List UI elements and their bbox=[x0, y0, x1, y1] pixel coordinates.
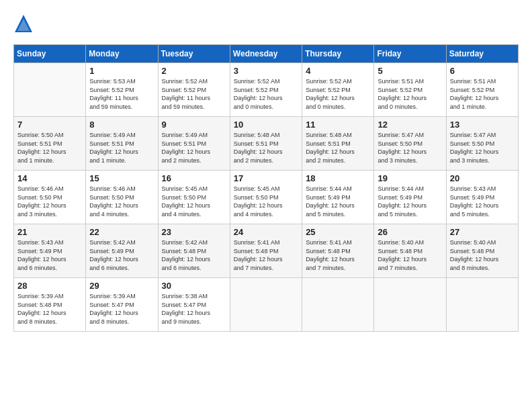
week-row-3: 14Sunrise: 5:46 AM Sunset: 5:50 PM Dayli… bbox=[14, 171, 519, 224]
day-cell: 1Sunrise: 5:53 AM Sunset: 5:52 PM Daylig… bbox=[86, 63, 158, 117]
day-cell: 12Sunrise: 5:47 AM Sunset: 5:50 PM Dayli… bbox=[374, 117, 446, 171]
day-cell bbox=[14, 63, 86, 117]
day-number: 3 bbox=[234, 66, 298, 76]
day-number: 9 bbox=[162, 120, 226, 130]
day-cell: 9Sunrise: 5:49 AM Sunset: 5:51 PM Daylig… bbox=[158, 117, 230, 171]
header-cell-friday: Friday bbox=[374, 45, 446, 63]
day-number: 5 bbox=[378, 66, 442, 76]
day-cell: 25Sunrise: 5:41 AM Sunset: 5:48 PM Dayli… bbox=[302, 224, 374, 278]
day-number: 27 bbox=[450, 227, 515, 237]
day-cell: 13Sunrise: 5:47 AM Sunset: 5:50 PM Dayli… bbox=[446, 117, 518, 171]
day-number: 6 bbox=[450, 66, 515, 76]
day-info: Sunrise: 5:41 AM Sunset: 5:48 PM Dayligh… bbox=[306, 238, 370, 272]
day-number: 19 bbox=[378, 173, 442, 183]
day-info: Sunrise: 5:40 AM Sunset: 5:48 PM Dayligh… bbox=[450, 238, 515, 272]
day-info: Sunrise: 5:40 AM Sunset: 5:48 PM Dayligh… bbox=[378, 238, 442, 272]
calendar-header: SundayMondayTuesdayWednesdayThursdayFrid… bbox=[14, 45, 519, 63]
day-info: Sunrise: 5:44 AM Sunset: 5:49 PM Dayligh… bbox=[306, 185, 370, 218]
day-cell: 7Sunrise: 5:50 AM Sunset: 5:51 PM Daylig… bbox=[14, 117, 86, 171]
calendar-body: 1Sunrise: 5:53 AM Sunset: 5:52 PM Daylig… bbox=[14, 63, 519, 332]
day-info: Sunrise: 5:45 AM Sunset: 5:50 PM Dayligh… bbox=[162, 185, 226, 218]
day-info: Sunrise: 5:42 AM Sunset: 5:48 PM Dayligh… bbox=[162, 238, 226, 272]
day-cell: 18Sunrise: 5:44 AM Sunset: 5:49 PM Dayli… bbox=[302, 171, 374, 224]
day-info: Sunrise: 5:43 AM Sunset: 5:49 PM Dayligh… bbox=[17, 238, 82, 272]
day-cell: 27Sunrise: 5:40 AM Sunset: 5:48 PM Dayli… bbox=[446, 224, 518, 278]
day-info: Sunrise: 5:49 AM Sunset: 5:51 PM Dayligh… bbox=[162, 131, 226, 165]
header-row: SundayMondayTuesdayWednesdayThursdayFrid… bbox=[14, 45, 519, 63]
day-info: Sunrise: 5:52 AM Sunset: 5:52 PM Dayligh… bbox=[162, 77, 226, 111]
day-cell: 4Sunrise: 5:52 AM Sunset: 5:52 PM Daylig… bbox=[302, 63, 374, 117]
day-number: 21 bbox=[17, 227, 82, 237]
day-info: Sunrise: 5:41 AM Sunset: 5:48 PM Dayligh… bbox=[234, 238, 298, 272]
day-cell: 30Sunrise: 5:38 AM Sunset: 5:47 PM Dayli… bbox=[158, 278, 230, 332]
day-number: 12 bbox=[378, 120, 442, 130]
day-info: Sunrise: 5:46 AM Sunset: 5:50 PM Dayligh… bbox=[89, 185, 154, 218]
day-info: Sunrise: 5:49 AM Sunset: 5:51 PM Dayligh… bbox=[89, 131, 154, 165]
day-number: 26 bbox=[378, 227, 442, 237]
day-number: 28 bbox=[17, 281, 82, 291]
week-row-4: 21Sunrise: 5:43 AM Sunset: 5:49 PM Dayli… bbox=[14, 224, 519, 278]
day-cell: 3Sunrise: 5:52 AM Sunset: 5:52 PM Daylig… bbox=[230, 63, 302, 117]
day-info: Sunrise: 5:47 AM Sunset: 5:50 PM Dayligh… bbox=[378, 131, 442, 165]
logo-icon bbox=[13, 13, 34, 34]
day-number: 11 bbox=[306, 120, 370, 130]
day-number: 7 bbox=[17, 120, 82, 130]
day-cell: 26Sunrise: 5:40 AM Sunset: 5:48 PM Dayli… bbox=[374, 224, 446, 278]
day-cell: 21Sunrise: 5:43 AM Sunset: 5:49 PM Dayli… bbox=[14, 224, 86, 278]
day-cell: 23Sunrise: 5:42 AM Sunset: 5:48 PM Dayli… bbox=[158, 224, 230, 278]
day-cell: 17Sunrise: 5:45 AM Sunset: 5:50 PM Dayli… bbox=[230, 171, 302, 224]
day-info: Sunrise: 5:52 AM Sunset: 5:52 PM Dayligh… bbox=[234, 77, 298, 111]
day-info: Sunrise: 5:42 AM Sunset: 5:49 PM Dayligh… bbox=[89, 238, 154, 272]
day-number: 29 bbox=[89, 281, 154, 291]
day-cell bbox=[374, 278, 446, 332]
day-cell: 6Sunrise: 5:51 AM Sunset: 5:52 PM Daylig… bbox=[446, 63, 518, 117]
day-info: Sunrise: 5:48 AM Sunset: 5:51 PM Dayligh… bbox=[234, 131, 298, 165]
day-info: Sunrise: 5:48 AM Sunset: 5:51 PM Dayligh… bbox=[306, 131, 370, 165]
day-info: Sunrise: 5:46 AM Sunset: 5:50 PM Dayligh… bbox=[17, 185, 82, 218]
week-row-2: 7Sunrise: 5:50 AM Sunset: 5:51 PM Daylig… bbox=[14, 117, 519, 171]
day-cell: 28Sunrise: 5:39 AM Sunset: 5:48 PM Dayli… bbox=[14, 278, 86, 332]
day-info: Sunrise: 5:53 AM Sunset: 5:52 PM Dayligh… bbox=[89, 77, 154, 111]
day-number: 18 bbox=[306, 173, 370, 183]
day-number: 14 bbox=[17, 173, 82, 183]
day-cell: 19Sunrise: 5:44 AM Sunset: 5:49 PM Dayli… bbox=[374, 171, 446, 224]
day-info: Sunrise: 5:51 AM Sunset: 5:52 PM Dayligh… bbox=[378, 77, 442, 111]
day-info: Sunrise: 5:45 AM Sunset: 5:50 PM Dayligh… bbox=[234, 185, 298, 218]
day-info: Sunrise: 5:39 AM Sunset: 5:47 PM Dayligh… bbox=[89, 292, 154, 326]
day-info: Sunrise: 5:47 AM Sunset: 5:50 PM Dayligh… bbox=[450, 131, 515, 165]
week-row-1: 1Sunrise: 5:53 AM Sunset: 5:52 PM Daylig… bbox=[14, 63, 519, 117]
day-cell: 24Sunrise: 5:41 AM Sunset: 5:48 PM Dayli… bbox=[230, 224, 302, 278]
day-cell: 5Sunrise: 5:51 AM Sunset: 5:52 PM Daylig… bbox=[374, 63, 446, 117]
day-number: 22 bbox=[89, 227, 154, 237]
day-number: 20 bbox=[450, 173, 515, 183]
day-info: Sunrise: 5:50 AM Sunset: 5:51 PM Dayligh… bbox=[17, 131, 82, 165]
day-cell bbox=[446, 278, 518, 332]
day-number: 4 bbox=[306, 66, 370, 76]
day-number: 1 bbox=[89, 66, 154, 76]
day-cell: 20Sunrise: 5:43 AM Sunset: 5:49 PM Dayli… bbox=[446, 171, 518, 224]
day-info: Sunrise: 5:38 AM Sunset: 5:47 PM Dayligh… bbox=[162, 292, 226, 326]
week-row-5: 28Sunrise: 5:39 AM Sunset: 5:48 PM Dayli… bbox=[14, 278, 519, 332]
day-number: 30 bbox=[162, 281, 226, 291]
logo bbox=[13, 13, 36, 34]
header-cell-sunday: Sunday bbox=[14, 45, 86, 63]
day-number: 17 bbox=[234, 173, 298, 183]
calendar-table: SundayMondayTuesdayWednesdayThursdayFrid… bbox=[13, 44, 519, 332]
page-header bbox=[13, 13, 519, 34]
day-number: 13 bbox=[450, 120, 515, 130]
header-cell-saturday: Saturday bbox=[446, 45, 518, 63]
day-number: 8 bbox=[89, 120, 154, 130]
day-cell: 22Sunrise: 5:42 AM Sunset: 5:49 PM Dayli… bbox=[86, 224, 158, 278]
day-info: Sunrise: 5:52 AM Sunset: 5:52 PM Dayligh… bbox=[306, 77, 370, 111]
day-cell bbox=[230, 278, 302, 332]
day-info: Sunrise: 5:44 AM Sunset: 5:49 PM Dayligh… bbox=[378, 185, 442, 218]
day-number: 25 bbox=[306, 227, 370, 237]
header-cell-tuesday: Tuesday bbox=[158, 45, 230, 63]
day-info: Sunrise: 5:51 AM Sunset: 5:52 PM Dayligh… bbox=[450, 77, 515, 111]
header-cell-wednesday: Wednesday bbox=[230, 45, 302, 63]
day-info: Sunrise: 5:43 AM Sunset: 5:49 PM Dayligh… bbox=[450, 185, 515, 218]
day-cell: 14Sunrise: 5:46 AM Sunset: 5:50 PM Dayli… bbox=[14, 171, 86, 224]
day-number: 24 bbox=[234, 227, 298, 237]
day-cell bbox=[302, 278, 374, 332]
header-cell-monday: Monday bbox=[86, 45, 158, 63]
